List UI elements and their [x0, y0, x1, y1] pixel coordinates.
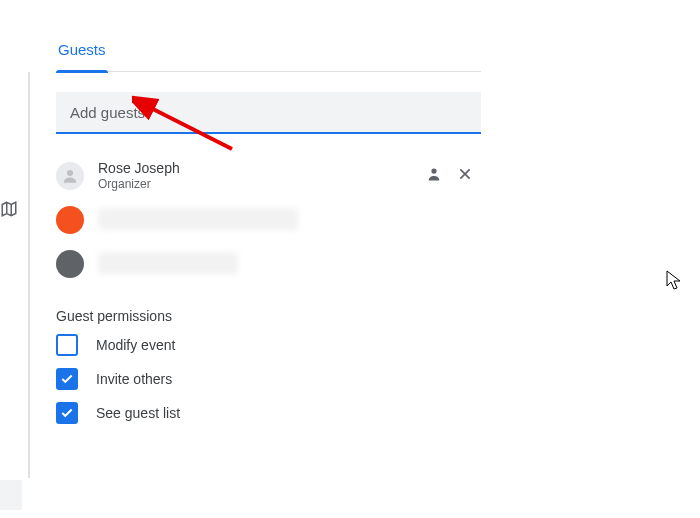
- avatar: [56, 206, 84, 234]
- guest-list: Rose Joseph Organizer: [56, 154, 481, 286]
- checkbox-see-guest-list[interactable]: [56, 402, 78, 424]
- map-icon: [0, 200, 18, 222]
- tab-row: Guests: [56, 28, 481, 72]
- tab-guests[interactable]: Guests: [56, 28, 108, 72]
- permission-row-see-guest-list: See guest list: [56, 402, 481, 424]
- checkbox-invite-others[interactable]: [56, 368, 78, 390]
- sidebar-divider: [28, 72, 30, 478]
- sidebar-footer-box: [0, 480, 22, 510]
- svg-point-0: [67, 170, 73, 176]
- permission-label: Invite others: [96, 371, 172, 387]
- guests-panel: Guests Rose Joseph Organizer: [56, 28, 481, 424]
- permission-row-modify-event: Modify event: [56, 334, 481, 356]
- tab-active-indicator: [56, 70, 108, 73]
- person-icon[interactable]: [425, 165, 443, 187]
- guest-row-organizer: Rose Joseph Organizer: [56, 154, 481, 198]
- avatar: [56, 250, 84, 278]
- guest-role: Organizer: [98, 177, 411, 192]
- permissions-title: Guest permissions: [56, 308, 481, 324]
- permission-row-invite-others: Invite others: [56, 368, 481, 390]
- cursor-icon: [666, 270, 684, 292]
- add-guests-input[interactable]: [56, 92, 481, 134]
- guest-actions: [425, 165, 481, 187]
- avatar: [56, 162, 84, 190]
- redacted-text: [98, 252, 238, 274]
- guest-row-redacted-1: [56, 198, 481, 242]
- permission-label: Modify event: [96, 337, 175, 353]
- permission-label: See guest list: [96, 405, 180, 421]
- redacted-text: [98, 208, 298, 230]
- guest-info: Rose Joseph Organizer: [98, 160, 411, 193]
- close-icon[interactable]: [457, 166, 473, 186]
- svg-point-1: [431, 168, 436, 173]
- checkbox-modify-event[interactable]: [56, 334, 78, 356]
- permissions-list: Modify event Invite others See guest lis…: [56, 334, 481, 424]
- guest-name: Rose Joseph: [98, 160, 411, 178]
- left-sidebar-edge: [0, 0, 30, 518]
- tab-label: Guests: [58, 41, 106, 58]
- guest-row-redacted-2: [56, 242, 481, 286]
